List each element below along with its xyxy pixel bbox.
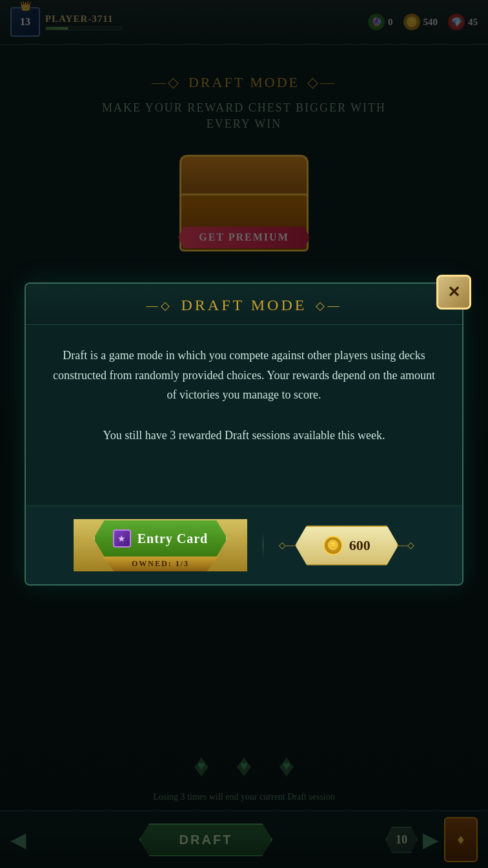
entry-icon-glyph: ★ xyxy=(117,533,126,544)
modal-footer: ◇— ★ Entry Card —◇ OWNED: 1/3 ◇— 🪙 xyxy=(26,506,462,584)
coins-amount: 600 xyxy=(349,537,371,554)
modal-body: Draft is a game mode in which you compet… xyxy=(26,325,462,506)
coins-left-arrow: ◇— xyxy=(279,540,295,551)
right-arrow-deco: ◇— xyxy=(316,299,341,313)
left-arrow-deco: —◇ xyxy=(147,299,172,313)
draft-mode-modal: ✕ —◇ DRAFT MODE ◇— Draft is a game mode … xyxy=(25,282,463,586)
coin-icon: 🪙 xyxy=(323,536,343,555)
modal-title-text: DRAFT MODE xyxy=(181,297,307,314)
close-button[interactable]: ✕ xyxy=(436,275,471,310)
entry-left-arrow: ◇— xyxy=(74,533,90,544)
coins-inner: 🪙 600 xyxy=(295,526,398,566)
modal-header: —◇ DRAFT MODE ◇— xyxy=(26,284,462,325)
separator xyxy=(263,533,263,558)
entry-right-arrow: —◇ xyxy=(231,533,247,544)
coins-right-arrow: —◇ xyxy=(398,540,414,551)
entry-card-owned: OWNED: 1/3 xyxy=(102,557,218,571)
entry-card-label: Entry Card xyxy=(137,531,208,546)
coins-button[interactable]: ◇— 🪙 600 —◇ xyxy=(279,526,414,566)
close-icon: ✕ xyxy=(447,283,460,301)
modal-description: Draft is a game mode in which you compet… xyxy=(52,346,436,405)
entry-card-button[interactable]: ◇— ★ Entry Card —◇ OWNED: 1/3 xyxy=(74,519,247,571)
entry-card-icon: ★ xyxy=(113,529,131,547)
modal-sessions-text: You still have 3 rewarded Draft sessions… xyxy=(52,426,436,446)
modal-title: —◇ DRAFT MODE ◇— xyxy=(147,297,342,314)
entry-card-inner: ★ Entry Card xyxy=(94,519,227,558)
modal-overlay: ✕ —◇ DRAFT MODE ◇— Draft is a game mode … xyxy=(0,0,488,868)
